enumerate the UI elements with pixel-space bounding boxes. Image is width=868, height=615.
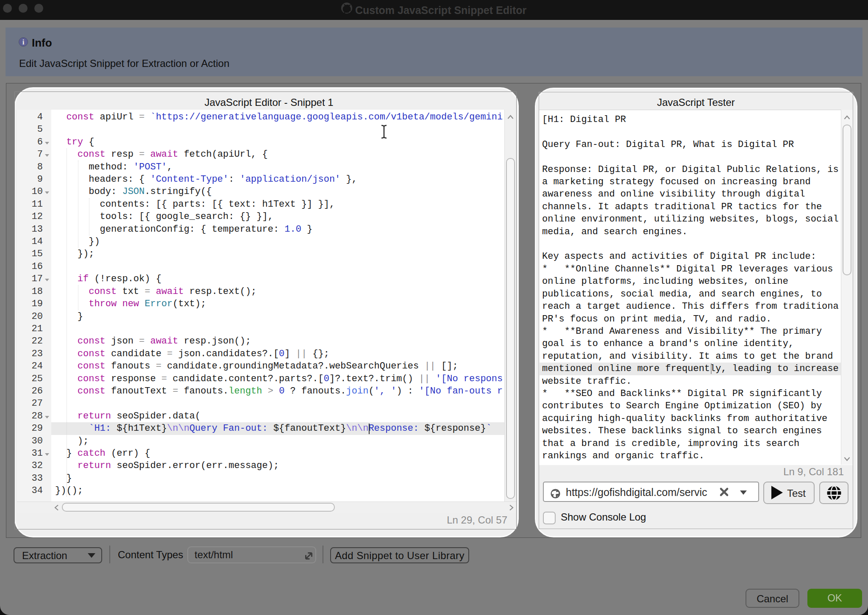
svg-text:i: i [22, 38, 25, 46]
